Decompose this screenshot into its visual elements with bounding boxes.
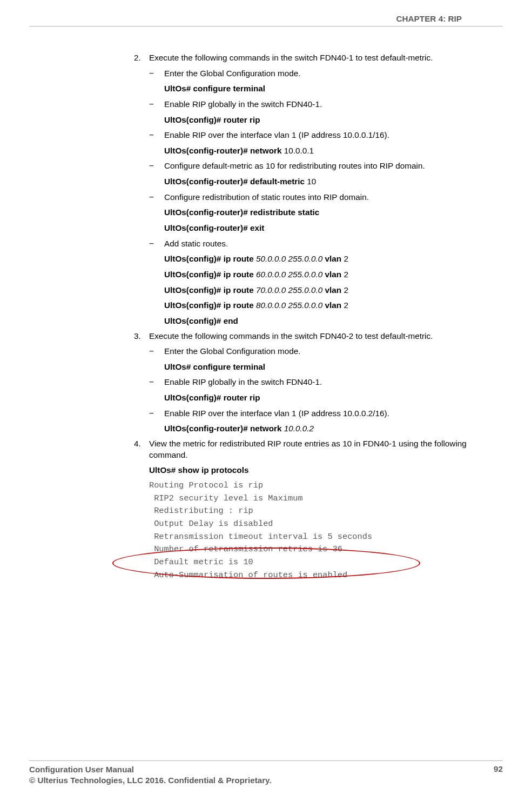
dash-icon: − [149,161,164,172]
sub-item: − Configure default-metric as 10 for red… [149,161,491,172]
sub-item: − Enable RIP globally in the switch FDN4… [149,99,491,110]
step-2: 2. Execute the following commands in the… [134,52,491,64]
step-text: Execute the following commands in the sw… [149,331,491,342]
sub-item: − Enter the Global Configuration mode. [149,68,491,79]
command-line: UltOs# configure terminal [164,362,491,373]
command-line: UltOs(config)# end [164,316,491,327]
dash-icon: − [149,99,164,110]
footer-left: Configuration User Manual © Ulterius Tec… [29,764,272,786]
command-line: UltOs(config)# router rip [164,115,491,126]
dash-icon: − [149,130,164,141]
footer-copyright: © Ulterius Technologies, LLC 2016. Confi… [29,775,272,786]
sub-text: Enter the Global Configuration mode. [164,68,491,79]
dash-icon: − [149,238,164,250]
command-line: UltOs# configure terminal [164,83,491,95]
step-number: 2. [134,52,149,64]
step-4: 4. View the metric for redistributed RIP… [134,438,491,460]
content-area: 2. Execute the following commands in the… [0,26,532,582]
command-line: UltOs(config-router)# network 10.0.0.1 [164,145,491,157]
dash-icon: − [149,192,164,203]
sub-text: Add static routes. [164,238,491,250]
command-line: UltOs(config-router)# exit [164,223,491,234]
step-3: 3. Execute the following commands in the… [134,331,491,342]
command-line: UltOs(config-router)# network 10.0.0.2 [164,423,491,435]
dash-icon: − [149,346,164,357]
chapter-label: CHAPTER 4: RIP [396,14,462,23]
sub-text: Configure redistribution of static route… [164,192,491,203]
command-line: UltOs(config)# ip route 60.0.0.0 255.0.0… [164,269,491,281]
sub-item: − Enable RIP over the interface vlan 1 (… [149,130,491,141]
sub-item: − Enable RIP globally in the switch FDN4… [149,377,491,388]
command-line: UltOs(config)# ip route 70.0.0.0 255.0.0… [164,285,491,296]
step-text: View the metric for redistributed RIP ro… [149,438,491,460]
step-number: 3. [134,331,149,342]
command-line: UltOs(config-router)# redistribute stati… [164,207,491,218]
page-footer: Configuration User Manual © Ulterius Tec… [29,760,503,786]
sub-text: Enable RIP globally in the switch FDN40-… [164,99,491,110]
sub-item: − Enable RIP over the interface vlan 1 (… [149,408,491,419]
sub-text: Enter the Global Configuration mode. [164,346,491,357]
footer-manual-title: Configuration User Manual [29,764,272,776]
sub-text: Enable RIP over the interface vlan 1 (IP… [164,408,491,419]
command-line: UltOs(config)# ip route 50.0.0.0 255.0.0… [164,253,491,265]
sub-item: − Configure redistribution of static rou… [149,192,491,203]
dash-icon: − [149,408,164,419]
terminal-output: Routing Protocol is rip RIP2 security le… [149,479,491,582]
command-line: UltOs(config-router)# default-metric 10 [164,176,491,188]
command-line: UltOs(config)# ip route 80.0.0.0 255.0.0… [164,300,491,311]
step-text: Execute the following commands in the sw… [149,52,491,64]
sub-text: Configure default-metric as 10 for redis… [164,161,491,172]
dash-icon: − [149,377,164,388]
sub-text: Enable RIP globally in the switch FDN40-… [164,377,491,388]
page-header: CHAPTER 4: RIP [29,0,503,26]
sub-text: Enable RIP over the interface vlan 1 (IP… [164,130,491,141]
sub-item: − Enter the Global Configuration mode. [149,346,491,357]
output-wrapper: Routing Protocol is rip RIP2 security le… [134,479,491,582]
command-line: UltOs# show ip protocols [149,465,491,476]
dash-icon: − [149,68,164,79]
command-line: UltOs(config)# router rip [164,392,491,404]
sub-item: − Add static routes. [149,238,491,250]
footer-page-number: 92 [494,764,503,786]
step-number: 4. [134,438,149,460]
